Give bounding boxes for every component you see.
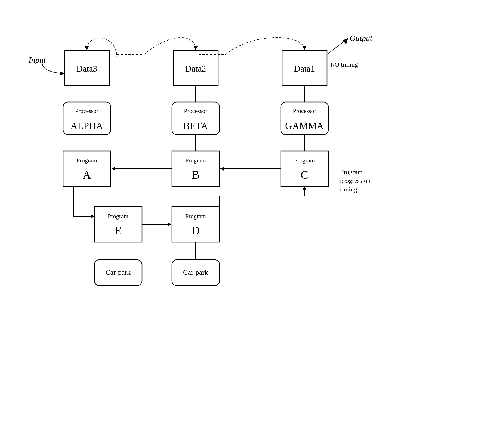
dashed-arc-data3-arrow	[85, 46, 89, 50]
carpark2-label: Car-park	[183, 268, 208, 276]
prog-a-label2: A	[83, 169, 91, 181]
prog-c-label2: C	[301, 169, 308, 181]
carpark1-label: Car-park	[106, 268, 131, 276]
dashed-arc-data1-arrow	[302, 46, 307, 50]
prog-e-label1: Program	[108, 213, 128, 220]
prog-d-label2: D	[192, 224, 200, 237]
prog-b-label2: B	[192, 169, 199, 181]
diagram-svg: Data3 Data2 Data1 Processor ALPHA Proces…	[0, 0, 487, 448]
input-arrow-head	[60, 71, 64, 76]
prog-timing-label3: timing	[340, 186, 357, 193]
d-to-c-arrow	[302, 186, 307, 190]
c-to-b-arrow	[220, 166, 224, 171]
proc-beta-label2: BETA	[183, 121, 208, 131]
e-to-d-arrow	[168, 222, 171, 227]
data2-label: Data2	[185, 64, 206, 73]
a-to-e-arrow	[91, 214, 94, 218]
data3-label: Data3	[76, 64, 97, 73]
data1-label: Data1	[294, 64, 315, 73]
prog-b-label1: Program	[185, 157, 206, 164]
prog-d-label1: Program	[185, 213, 206, 220]
prog-a-label1: Program	[76, 157, 97, 164]
proc-alpha-label2: ALPHA	[70, 121, 103, 131]
proc-gamma-label1: Processor	[293, 107, 316, 114]
prog-timing-label1: Program	[340, 168, 363, 175]
io-timing-label: I/O timing	[331, 61, 358, 68]
proc-alpha-label1: Processor	[75, 107, 98, 114]
proc-gamma-label2: GAMMA	[285, 121, 324, 131]
prog-c-label1: Program	[294, 157, 315, 164]
output-label: Output	[350, 33, 372, 42]
prog-e-label2: E	[115, 224, 122, 237]
dashed-arc-data2-arrow	[193, 46, 198, 50]
input-label: Input	[28, 55, 46, 64]
proc-beta-label1: Processor	[184, 107, 207, 114]
prog-timing-label2: progression	[340, 177, 371, 184]
input-arrow	[42, 63, 64, 73]
output-arrow-head	[343, 38, 348, 44]
b-to-a-arrow	[112, 166, 115, 171]
